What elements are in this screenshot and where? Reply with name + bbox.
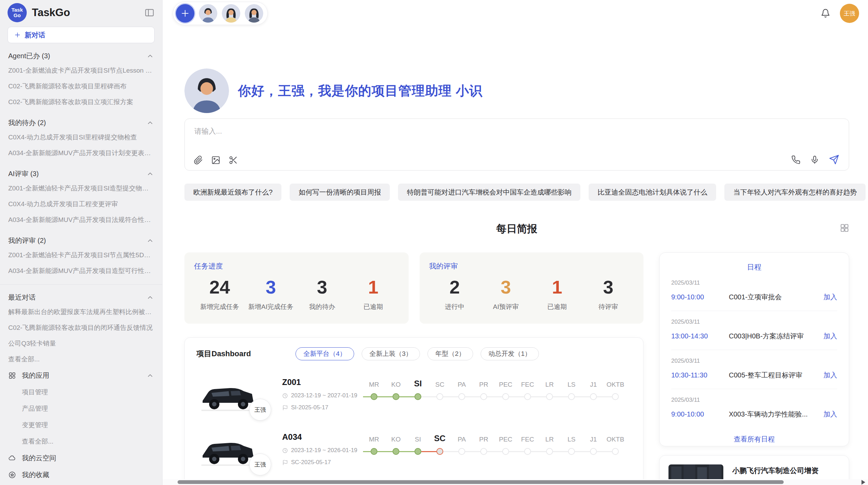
- image-upload-icon[interactable]: [211, 156, 220, 165]
- sidebar-section-header[interactable]: 我的评审 (2): [8, 236, 154, 245]
- event-row: 9:00-10:00C001-立项审批会加入: [671, 293, 837, 302]
- app-title: TaskGo: [32, 7, 139, 19]
- event-join-link[interactable]: 加入: [823, 410, 837, 419]
- sidebar-item[interactable]: C0X4-动力总成开发项目SI里程碑提交物检查: [8, 129, 155, 145]
- sidebar-item[interactable]: Z001-全新燃油轻卡产品开发项目SI节点属性5D文件评审: [8, 247, 155, 263]
- event-join-link[interactable]: 加入: [823, 293, 837, 302]
- sidebar-item-star[interactable]: 我的收藏: [8, 467, 155, 483]
- dashboard-filter-chip[interactable]: 全新平台（4）: [296, 347, 354, 360]
- sidebar-item[interactable]: A034-全新新能源MUV产品开发项目法规符合性评审: [8, 212, 155, 228]
- agent-avatar-2[interactable]: [222, 4, 240, 23]
- milestone-dot: [480, 393, 487, 400]
- milestone-label: LS: [560, 381, 582, 388]
- milestone-connector: [487, 451, 502, 452]
- view-all-schedule-link[interactable]: 查看所有日程: [671, 435, 837, 444]
- agent-avatar-1[interactable]: [199, 4, 217, 23]
- scrollbar-thumb[interactable]: [178, 480, 784, 484]
- chat-input-card: [184, 119, 849, 171]
- milestone-connector: [443, 396, 458, 397]
- milestone-connector: [531, 396, 546, 397]
- topbar-right: 王强: [821, 4, 859, 23]
- milestone-connector: [553, 451, 568, 452]
- suggestion-chip[interactable]: 当下年轻人对汽车外观有怎样的喜好趋势: [724, 184, 866, 201]
- project-dates: 2023-12-19 ~ 2027-01-19: [282, 392, 361, 399]
- milestone-label: LR: [539, 436, 560, 443]
- stat-label: 已逾期: [531, 302, 582, 311]
- sidebar-section-header[interactable]: 我的待办 (2): [8, 118, 154, 127]
- sidebar-item[interactable]: A034-全新新能源MUV产品开发项目造型可行性评审: [8, 263, 155, 279]
- notification-bell-icon[interactable]: [821, 9, 830, 18]
- sidebar-item-cloud[interactable]: 我的云空间: [8, 450, 155, 467]
- chevron-up-icon: [146, 119, 154, 127]
- sidebar-item[interactable]: A034-全新新能源MUV产品开发项目计划变更表编写: [8, 145, 155, 161]
- sidebar-item[interactable]: C0X4-动力总成开发项目工程变更评审: [8, 196, 155, 212]
- sidebar-subitem[interactable]: 项目管理: [8, 384, 155, 400]
- new-chat-button[interactable]: 新对话: [8, 27, 155, 43]
- sidebar-section-header[interactable]: Agent已办 (3): [8, 51, 154, 61]
- sidebar-item[interactable]: 公司Q3轻卡销量: [8, 336, 155, 351]
- app-row-label: 我的收藏: [22, 470, 49, 480]
- section-title: 我的待办 (2): [8, 118, 46, 127]
- sidebar-subitem[interactable]: 变更管理: [8, 417, 155, 433]
- project-image: 王强: [196, 432, 258, 470]
- user-avatar[interactable]: 王强: [840, 4, 859, 23]
- microphone-icon[interactable]: [810, 155, 819, 164]
- sidebar-subitem[interactable]: 产品管理: [8, 400, 155, 417]
- flag-icon: [282, 460, 288, 465]
- sidebar-item-my-apps[interactable]: 我的应用: [8, 367, 155, 384]
- milestone-label: KO: [385, 381, 407, 388]
- milestone-dot: [502, 393, 509, 400]
- sidebar-subitem[interactable]: 查看全部...: [8, 433, 155, 450]
- dashboard-filter-chip[interactable]: 年型（2）: [427, 347, 473, 360]
- sidebar-section-header[interactable]: AI评审 (3): [8, 169, 154, 178]
- event-join-link[interactable]: 加入: [823, 332, 837, 341]
- milestone-dot: [612, 393, 619, 400]
- milestone-dots: [363, 393, 631, 400]
- sidebar-item[interactable]: C02-飞腾新能源轻客改款项目立项汇报方案: [8, 94, 155, 110]
- event-join-link[interactable]: 加入: [823, 371, 837, 380]
- sidebar-item[interactable]: 查看全部...: [8, 351, 155, 367]
- chevron-up-icon: [146, 372, 154, 380]
- milestone-label: MR: [363, 436, 385, 443]
- star-icon: [8, 471, 16, 479]
- sidebar-collapse-icon[interactable]: [144, 8, 155, 18]
- sidebar-item[interactable]: Z001-全新燃油轻卡产品开发项目SI造型提交物评审: [8, 181, 155, 196]
- voice-call-icon[interactable]: [791, 155, 800, 164]
- project-info: A0342023-12-19 ~ 2026-01-19SC-2025-05-17: [282, 432, 361, 466]
- event-name: C005-整车工程目标评审: [729, 371, 818, 380]
- stat: 1已逾期: [348, 276, 399, 311]
- project-image: 王强: [196, 377, 258, 415]
- sidebar-recent-chats: 最近对话解释最新出台的欧盟报废车法规再生塑料比例被调至15%...C02-飞腾新…: [8, 293, 155, 367]
- add-agent-button[interactable]: [176, 4, 194, 23]
- event-row: 13:00-14:30C003|H0B-方案冻结评审加入: [671, 332, 837, 341]
- sidebar-item[interactable]: C02-飞腾新能源轻客改款项目的闭环通告反馈情况: [8, 320, 155, 336]
- milestone-dot: [524, 448, 531, 455]
- milestone-dot: [458, 393, 465, 400]
- stat-value: 3: [480, 276, 531, 298]
- milestone-connector: [465, 451, 480, 452]
- suggestion-chip[interactable]: 如何写一份清晰的项目周报: [290, 184, 390, 201]
- project-flag-text: SI-2025-05-17: [291, 404, 328, 411]
- sidebar-task-groups: Agent已办 (3)Z001-全新燃油皮卡产品开发项目SI节点Lesson L…: [8, 51, 155, 279]
- agent-avatar-3[interactable]: [245, 4, 263, 23]
- suggestion-chip[interactable]: 比亚迪全固态电池计划具体说了什么: [589, 184, 716, 201]
- dashboard-filter-chip[interactable]: 全新上装（3）: [362, 347, 420, 360]
- attachment-icon[interactable]: [194, 156, 203, 165]
- send-icon[interactable]: [829, 154, 839, 165]
- stat-cards: 任务进度24新增完成任务3新增AI完成任务3我的待办1已逾期我的评审2进行中3A…: [184, 252, 643, 324]
- milestone-label: PR: [473, 381, 495, 388]
- chat-input[interactable]: [194, 126, 646, 146]
- suggestion-chip[interactable]: 欧洲新规最近颁布了什么?: [184, 184, 281, 201]
- sidebar-item[interactable]: Z001-全新燃油皮卡产品开发项目SI节点Lesson Learn报告: [8, 63, 155, 78]
- scrollbar-right-arrow[interactable]: [861, 480, 865, 485]
- milestone-label: PA: [451, 436, 473, 443]
- grid-icon: [8, 372, 16, 380]
- dashboard-filter-chip[interactable]: 动总开发（1）: [481, 347, 539, 360]
- sidebar-item[interactable]: 解释最新出台的欧盟报废车法规再生塑料比例被调至15%...: [8, 304, 155, 320]
- screenshot-scissors-icon[interactable]: [229, 156, 238, 165]
- suggestion-chip[interactable]: 特朗普可能对进口汽车增税会对中国车企造成哪些影响: [398, 184, 580, 201]
- schedule-event: 2025/03/1110:30-11:30C005-整车工程目标评审加入: [671, 350, 837, 389]
- sidebar-section-header[interactable]: 最近对话: [8, 293, 154, 302]
- sidebar-item[interactable]: C02-飞腾新能源轻客改款项目里程碑画布: [8, 78, 155, 94]
- layout-grid-icon[interactable]: [840, 223, 849, 233]
